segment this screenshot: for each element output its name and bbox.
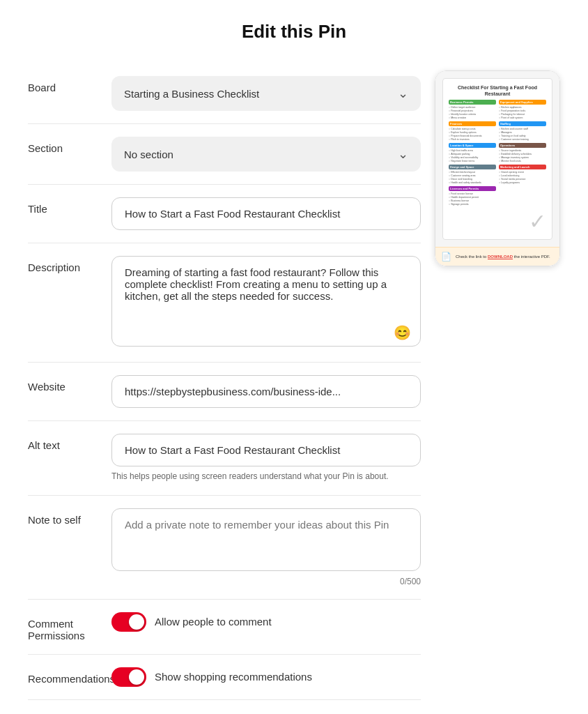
alt-text-helper: This helps people using screen readers u… bbox=[111, 471, 421, 483]
download-link-text: DOWNLOAD bbox=[488, 255, 513, 259]
category-marketing: Marketing and Launch bbox=[499, 165, 546, 169]
note-to-self-input[interactable] bbox=[111, 508, 421, 571]
checklist-item-r9: ○Source ingredients bbox=[499, 149, 546, 152]
title-input[interactable] bbox=[111, 197, 421, 230]
main-content: Board Starting a Business Checklist ⌄ Se… bbox=[28, 63, 560, 714]
category-equipment: Equipment and Supplies bbox=[499, 100, 546, 105]
section-row: Section No section ⌄ bbox=[28, 124, 421, 185]
checklist-item-r13: ○Grand opening event bbox=[499, 171, 546, 174]
section-control: No section ⌄ bbox=[111, 137, 421, 172]
title-control bbox=[111, 197, 421, 230]
checklist-item-r3: ○Packaging for takeout bbox=[499, 113, 546, 116]
checklist-item-r1: ○Kitchen appliances bbox=[499, 106, 546, 109]
checklist-item-14: ○Customer seating area bbox=[449, 174, 496, 177]
checklist-item-r8: ○Customer service training bbox=[499, 138, 546, 141]
checklist-item-8: ○Pitch to investors bbox=[449, 138, 496, 141]
checklist-cols: Business Permits ○Define target audience… bbox=[449, 100, 546, 206]
checklist-item-15: ○Decor and branding bbox=[449, 178, 496, 181]
checklist-item-r10: ○Establish delivery schedules bbox=[499, 153, 546, 155]
checklist-item-r15: ○Social media presence bbox=[499, 178, 546, 181]
description-label: Description bbox=[28, 256, 111, 273]
checklist-item-6: ○Explore funding options bbox=[449, 131, 496, 134]
alt-text-label: Alt text bbox=[28, 434, 111, 451]
checklist-item-r4: ○Point of sale system bbox=[499, 116, 546, 119]
checklist-item-20: ○Signage permits bbox=[449, 203, 496, 206]
category-finances: Finances bbox=[449, 121, 496, 126]
download-icon: 📄 bbox=[441, 252, 451, 261]
checklist-item-5: ○Calculate startup costs bbox=[449, 128, 496, 130]
checklist-item-r12: ○Monitor food costs bbox=[499, 160, 546, 162]
form-section: Board Starting a Business Checklist ⌄ Se… bbox=[28, 63, 421, 714]
checklist-item-12: ○Negotiate lease terms bbox=[449, 160, 496, 162]
website-input[interactable] bbox=[111, 375, 421, 408]
checklist-item-4: ○Menu creation bbox=[449, 116, 496, 119]
note-to-self-control: 0/500 bbox=[111, 508, 421, 586]
comment-permissions-row: Comment Permissions Allow people to comm… bbox=[28, 600, 421, 655]
recommendations-row: Recommendations Show shopping recommenda… bbox=[28, 655, 421, 700]
ad-only-row: Ad-only Ad-only Pins don't distribute an… bbox=[28, 700, 421, 714]
checklist-mock-title: Checklist For Starting a Fast Food Resta… bbox=[449, 84, 546, 97]
board-dropdown[interactable]: Starting a Business Checklist ⌄ bbox=[111, 76, 421, 111]
checklist-item-r2: ○Food preparation tools bbox=[499, 109, 546, 112]
checklist-item-16: ○Health and safety standards bbox=[449, 181, 496, 184]
comment-permissions-thumb bbox=[129, 614, 144, 630]
section-chevron-icon: ⌄ bbox=[398, 146, 408, 162]
recommendations-toggle-label: Show shopping recommendations bbox=[155, 671, 312, 683]
section-dropdown[interactable]: No section ⌄ bbox=[111, 137, 421, 172]
checklist-item-r14: ○Local advertising bbox=[499, 174, 546, 177]
checklist-item-3: ○Identify location criteria bbox=[449, 113, 496, 116]
comment-permissions-track bbox=[111, 612, 146, 632]
checklist-item-9: ○High foot traffic area bbox=[449, 149, 496, 152]
recommendations-toggle[interactable] bbox=[111, 667, 146, 687]
comment-permissions-control: Allow people to comment bbox=[111, 612, 421, 632]
description-row: Description Dreaming of starting a fast … bbox=[28, 243, 421, 363]
download-banner: 📄 Check the link to DOWNLOAD the interac… bbox=[435, 247, 559, 266]
checklist-item-r11: ○Manage inventory system bbox=[499, 156, 546, 159]
description-wrapper: Dreaming of starting a fast food restaur… bbox=[111, 256, 421, 349]
comment-permissions-toggle-row: Allow people to comment bbox=[111, 612, 421, 632]
title-label: Title bbox=[28, 197, 111, 215]
checklist-item-7: ○Prepare financial documents bbox=[449, 135, 496, 137]
checklist-mock: Checklist For Starting a Fast Food Resta… bbox=[442, 78, 552, 240]
checklist-item-2: ○Financial projections bbox=[449, 109, 496, 112]
download-text: Check the link to DOWNLOAD the interacti… bbox=[456, 255, 550, 259]
recommendations-thumb bbox=[129, 669, 144, 685]
pin-preview: Checklist For Starting a Fast Food Resta… bbox=[435, 70, 560, 266]
checklist-item-19: ○Business license bbox=[449, 199, 496, 202]
checklist-col-right: Equipment and Supplies ○Kitchen applianc… bbox=[499, 100, 546, 206]
category-design: Design and Space bbox=[449, 165, 496, 169]
description-input[interactable]: Dreaming of starting a fast food restaur… bbox=[111, 256, 421, 347]
checklist-item-13: ○Efficient kitchen layout bbox=[449, 171, 496, 174]
comment-permissions-toggle[interactable] bbox=[111, 612, 146, 632]
section-label: Section bbox=[28, 137, 111, 154]
checklist-item-r16: ○Loyalty programs bbox=[499, 181, 546, 184]
comment-permissions-toggle-label: Allow people to comment bbox=[155, 616, 272, 628]
checklist-item-18: ○Health department permit bbox=[449, 196, 496, 199]
page-title: Edit this Pin bbox=[28, 21, 560, 43]
checklist-item-r6: ○Managers bbox=[499, 131, 546, 134]
download-suffix: the interactive PDF. bbox=[514, 255, 550, 259]
checklist-item-r7: ○Training on food safety bbox=[499, 135, 546, 137]
recommendations-control: Show shopping recommendations bbox=[111, 667, 421, 687]
note-to-self-row: Note to self 0/500 bbox=[28, 496, 421, 600]
alt-text-input[interactable] bbox=[111, 434, 421, 466]
category-licenses: Licenses and Permits bbox=[449, 186, 496, 191]
category-operations: Operations bbox=[499, 143, 546, 148]
description-control: Dreaming of starting a fast food restaur… bbox=[111, 256, 421, 349]
recommendations-toggle-row: Show shopping recommendations bbox=[111, 667, 421, 687]
website-label: Website bbox=[28, 375, 111, 393]
alt-text-control: This helps people using screen readers u… bbox=[111, 434, 421, 483]
title-row: Title bbox=[28, 185, 421, 243]
big-checkmark-icon: ✓ bbox=[449, 209, 546, 234]
emoji-button[interactable]: 😊 bbox=[394, 324, 411, 341]
board-label: Board bbox=[28, 76, 111, 93]
recommendations-track bbox=[111, 667, 146, 687]
recommendations-label: Recommendations bbox=[28, 667, 111, 685]
category-location: Location & Space bbox=[449, 143, 496, 148]
category-staffing: Staffing bbox=[499, 121, 546, 126]
board-row: Board Starting a Business Checklist ⌄ bbox=[28, 63, 421, 124]
pin-preview-image: Checklist For Starting a Fast Food Resta… bbox=[435, 71, 559, 247]
website-control bbox=[111, 375, 421, 408]
checklist-item-11: ○Visibility and accessibility bbox=[449, 156, 496, 159]
alt-text-row: Alt text This helps people using screen … bbox=[28, 421, 421, 496]
